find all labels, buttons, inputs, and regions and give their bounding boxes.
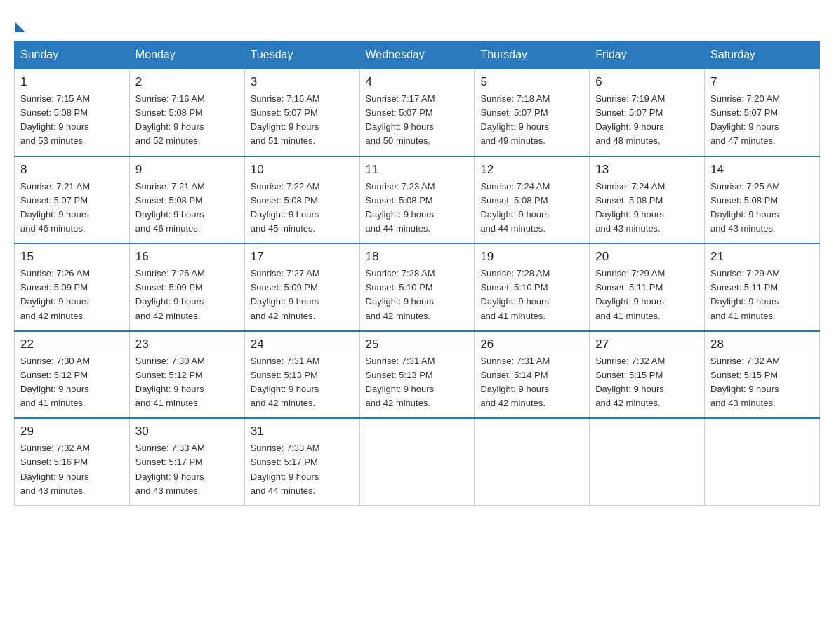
calendar-cell: 1 Sunrise: 7:15 AM Sunset: 5:08 PM Dayli… [15,69,130,156]
day-number: 21 [710,250,814,264]
day-info: Sunrise: 7:16 AM Sunset: 5:07 PM Dayligh… [251,92,354,149]
day-info: Sunrise: 7:26 AM Sunset: 5:09 PM Dayligh… [135,267,239,323]
calendar-cell: 31 Sunrise: 7:33 AM Sunset: 5:17 PM Dayl… [244,418,359,505]
day-info: Sunrise: 7:18 AM Sunset: 5:07 PM Dayligh… [480,92,583,149]
day-info: Sunrise: 7:32 AM Sunset: 5:15 PM Dayligh… [595,354,699,411]
day-info: Sunrise: 7:30 AM Sunset: 5:12 PM Dayligh… [135,354,239,411]
day-info: Sunrise: 7:33 AM Sunset: 5:17 PM Dayligh… [135,441,239,498]
day-number: 3 [251,75,354,89]
calendar-table: SundayMondayTuesdayWednesdayThursdayFrid… [14,41,820,506]
calendar-week-row: 8 Sunrise: 7:21 AM Sunset: 5:07 PM Dayli… [15,156,820,244]
day-info: Sunrise: 7:20 AM Sunset: 5:07 PM Dayligh… [710,92,814,149]
day-info: Sunrise: 7:31 AM Sunset: 5:13 PM Dayligh… [251,354,354,411]
calendar-week-row: 29 Sunrise: 7:32 AM Sunset: 5:16 PM Dayl… [15,418,820,505]
calendar-cell: 3 Sunrise: 7:16 AM Sunset: 5:07 PM Dayli… [244,69,359,156]
day-number: 16 [135,250,239,264]
logo-arrow-icon [15,22,25,32]
day-info: Sunrise: 7:19 AM Sunset: 5:07 PM Dayligh… [595,92,699,149]
calendar-cell: 28 Sunrise: 7:32 AM Sunset: 5:15 PM Dayl… [705,331,820,419]
day-info: Sunrise: 7:31 AM Sunset: 5:14 PM Dayligh… [480,354,583,411]
day-number: 24 [251,337,354,351]
day-number: 8 [20,163,124,177]
day-number: 6 [595,75,699,89]
calendar-cell: 27 Sunrise: 7:32 AM Sunset: 5:15 PM Dayl… [590,331,705,419]
calendar-cell: 10 Sunrise: 7:22 AM Sunset: 5:08 PM Dayl… [244,156,359,244]
day-number: 27 [595,337,699,351]
calendar-cell: 6 Sunrise: 7:19 AM Sunset: 5:07 PM Dayli… [590,69,705,156]
weekday-header-row: SundayMondayTuesdayWednesdayThursdayFrid… [15,41,820,69]
weekday-header-thursday: Thursday [475,41,590,69]
calendar-cell: 29 Sunrise: 7:32 AM Sunset: 5:16 PM Dayl… [15,418,130,505]
day-number: 12 [480,163,583,177]
day-info: Sunrise: 7:24 AM Sunset: 5:08 PM Dayligh… [480,180,583,236]
day-info: Sunrise: 7:32 AM Sunset: 5:16 PM Dayligh… [20,441,124,498]
day-info: Sunrise: 7:22 AM Sunset: 5:08 PM Dayligh… [251,180,354,236]
calendar-cell: 14 Sunrise: 7:25 AM Sunset: 5:08 PM Dayl… [705,156,820,244]
day-number: 5 [480,75,583,89]
day-info: Sunrise: 7:26 AM Sunset: 5:09 PM Dayligh… [20,267,124,323]
day-info: Sunrise: 7:29 AM Sunset: 5:11 PM Dayligh… [710,267,814,323]
day-number: 22 [20,337,124,351]
day-number: 26 [480,337,583,351]
day-info: Sunrise: 7:29 AM Sunset: 5:11 PM Dayligh… [595,267,699,323]
day-number: 25 [366,337,469,351]
day-info: Sunrise: 7:17 AM Sunset: 5:07 PM Dayligh… [366,92,469,149]
day-number: 30 [135,424,239,438]
calendar-cell: 11 Sunrise: 7:23 AM Sunset: 5:08 PM Dayl… [359,156,475,244]
day-number: 15 [20,250,124,264]
day-number: 11 [366,163,469,177]
calendar-week-row: 15 Sunrise: 7:26 AM Sunset: 5:09 PM Dayl… [15,243,820,331]
calendar-cell: 7 Sunrise: 7:20 AM Sunset: 5:07 PM Dayli… [705,69,820,156]
day-info: Sunrise: 7:31 AM Sunset: 5:13 PM Dayligh… [366,354,469,411]
calendar-cell: 16 Sunrise: 7:26 AM Sunset: 5:09 PM Dayl… [129,243,244,331]
day-info: Sunrise: 7:30 AM Sunset: 5:12 PM Dayligh… [20,354,124,411]
weekday-header-tuesday: Tuesday [244,41,359,69]
calendar-cell: 8 Sunrise: 7:21 AM Sunset: 5:07 PM Dayli… [15,156,130,244]
calendar-cell: 9 Sunrise: 7:21 AM Sunset: 5:08 PM Dayli… [129,156,244,244]
day-number: 19 [480,250,583,264]
day-number: 4 [366,75,469,89]
calendar-cell: 20 Sunrise: 7:29 AM Sunset: 5:11 PM Dayl… [590,243,705,331]
day-number: 13 [595,163,699,177]
day-number: 10 [251,163,354,177]
day-number: 31 [251,424,354,438]
day-number: 7 [710,75,814,89]
day-number: 18 [366,250,469,264]
calendar-cell [705,418,820,505]
calendar-cell: 23 Sunrise: 7:30 AM Sunset: 5:12 PM Dayl… [129,331,244,419]
day-info: Sunrise: 7:24 AM Sunset: 5:08 PM Dayligh… [595,180,699,236]
day-info: Sunrise: 7:28 AM Sunset: 5:10 PM Dayligh… [366,267,469,323]
day-info: Sunrise: 7:21 AM Sunset: 5:07 PM Dayligh… [20,180,124,236]
day-number: 14 [710,163,814,177]
calendar-week-row: 22 Sunrise: 7:30 AM Sunset: 5:12 PM Dayl… [15,331,820,419]
calendar-cell: 19 Sunrise: 7:28 AM Sunset: 5:10 PM Dayl… [475,243,590,331]
calendar-cell: 30 Sunrise: 7:33 AM Sunset: 5:17 PM Dayl… [129,418,244,505]
weekday-header-wednesday: Wednesday [359,41,475,69]
day-info: Sunrise: 7:23 AM Sunset: 5:08 PM Dayligh… [366,180,469,236]
weekday-header-sunday: Sunday [15,41,130,69]
weekday-header-friday: Friday [590,41,705,69]
calendar-cell [475,418,590,505]
day-number: 1 [20,75,124,89]
page-header [14,14,820,29]
day-info: Sunrise: 7:15 AM Sunset: 5:08 PM Dayligh… [20,92,124,149]
calendar-cell: 4 Sunrise: 7:17 AM Sunset: 5:07 PM Dayli… [359,69,475,156]
calendar-cell: 17 Sunrise: 7:27 AM Sunset: 5:09 PM Dayl… [244,243,359,331]
calendar-cell: 15 Sunrise: 7:26 AM Sunset: 5:09 PM Dayl… [15,243,130,331]
calendar-cell: 22 Sunrise: 7:30 AM Sunset: 5:12 PM Dayl… [15,331,130,419]
day-info: Sunrise: 7:32 AM Sunset: 5:15 PM Dayligh… [710,354,814,411]
calendar-cell: 24 Sunrise: 7:31 AM Sunset: 5:13 PM Dayl… [244,331,359,419]
day-number: 23 [135,337,239,351]
calendar-cell [590,418,705,505]
day-number: 9 [135,163,239,177]
day-info: Sunrise: 7:33 AM Sunset: 5:17 PM Dayligh… [251,441,354,498]
calendar-cell: 5 Sunrise: 7:18 AM Sunset: 5:07 PM Dayli… [475,69,590,156]
calendar-cell: 26 Sunrise: 7:31 AM Sunset: 5:14 PM Dayl… [475,331,590,419]
day-info: Sunrise: 7:25 AM Sunset: 5:08 PM Dayligh… [710,180,814,236]
day-number: 28 [710,337,814,351]
day-info: Sunrise: 7:28 AM Sunset: 5:10 PM Dayligh… [480,267,583,323]
day-info: Sunrise: 7:27 AM Sunset: 5:09 PM Dayligh… [251,267,354,323]
weekday-header-saturday: Saturday [705,41,820,69]
calendar-cell: 25 Sunrise: 7:31 AM Sunset: 5:13 PM Dayl… [359,331,475,419]
day-number: 17 [251,250,354,264]
